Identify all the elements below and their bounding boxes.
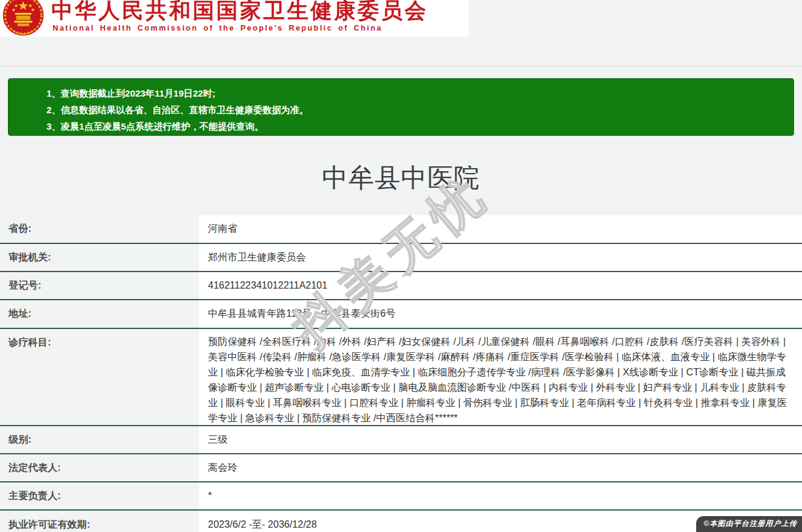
prc-national-emblem-icon: [2, 0, 44, 36]
row-label: 法定代表人:: [0, 454, 199, 481]
top-zone: 中华人民共和国国家卫生健康委员会 National Health Commiss…: [0, 0, 802, 215]
row-label: 地址:: [0, 300, 199, 328]
row-label: 登记号:: [0, 272, 199, 299]
table-row-legal-representative: 法定代表人: 蒿会玲: [0, 454, 802, 482]
table-row-license-validity: 执业许可证有效期: 2023/6/2 -至- 2036/12/28: [0, 511, 802, 532]
table-row-treatment-subjects: 诊疗科目: 预防保健科 /全科医疗科 /内科 /外科 /妇产科 /妇女保健科 /…: [0, 329, 802, 426]
row-value: 郑州市卫生健康委员会: [199, 244, 802, 271]
row-label: 诊疗科目:: [0, 329, 199, 425]
row-value: *: [199, 482, 802, 509]
row-value: 蒿会玲: [199, 454, 802, 481]
notice-banner: 1、查询数据截止到2023年11月19日22时; 2、信息数据结果以各省、自治区…: [8, 78, 794, 136]
hospital-info-table: 省份: 河南省 审批机关: 郑州市卫生健康委员会 登记号: 4162112234…: [0, 215, 802, 532]
row-label: 省份:: [0, 215, 199, 243]
site-title-english: National Health Commission of the People…: [53, 24, 382, 32]
notice-line-3: 3、凌晨1点至凌晨5点系统进行维护，不能提供查询。: [46, 118, 781, 135]
copyright-watermark: ©本图由平台注册用户上传: [696, 516, 802, 532]
site-title-chinese: 中华人民共和国国家卫生健康委员会: [51, 0, 428, 25]
page: 中华人民共和国国家卫生健康委员会 National Health Commiss…: [0, 0, 802, 532]
header-divider: [0, 66, 802, 67]
hospital-name-title: 中牟县中医院: [0, 161, 802, 195]
table-row-approval-authority: 审批机关: 郑州市卫生健康委员会: [0, 244, 802, 272]
row-value: 河南省: [199, 215, 802, 243]
row-label: 主要负责人:: [0, 482, 199, 509]
row-label: 执业许可证有效期:: [0, 511, 199, 532]
row-label: 级别:: [0, 426, 199, 453]
row-label: 审批机关:: [0, 244, 199, 271]
table-row-registration-number: 登记号: 41621122341012211A2101: [0, 272, 802, 300]
table-row-province: 省份: 河南省: [0, 215, 802, 244]
row-value: 41621122341012211A2101: [199, 272, 802, 299]
table-row-level: 级别: 三级: [0, 426, 802, 454]
notice-line-1: 1、查询数据截止到2023年11月19日22时;: [46, 85, 781, 102]
table-row-principal: 主要负责人: *: [0, 482, 802, 511]
row-value: 中牟县县城青年路112号、中牟县泰安街6号: [199, 300, 802, 328]
row-value: 预防保健科 /全科医疗科 /内科 /外科 /妇产科 /妇女保健科 /儿科 /儿童…: [199, 329, 802, 425]
row-value: 三级: [199, 426, 802, 453]
site-header: 中华人民共和国国家卫生健康委员会 National Health Commiss…: [0, 0, 469, 37]
table-row-address: 地址: 中牟县县城青年路112号、中牟县泰安街6号: [0, 300, 802, 329]
notice-line-2: 2、信息数据结果以各省、自治区、直辖市卫生健康委数据为准。: [46, 102, 781, 118]
